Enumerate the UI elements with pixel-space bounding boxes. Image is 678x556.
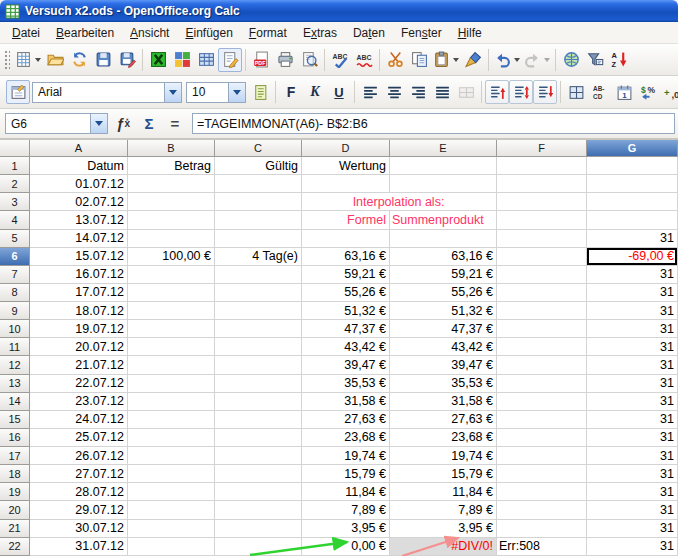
styles-panel-button[interactable] xyxy=(6,80,30,104)
cell-B21[interactable] xyxy=(128,520,215,538)
menu-einfgen[interactable]: Einfügen xyxy=(177,23,240,43)
row-header-16[interactable]: 16 xyxy=(0,429,30,447)
cell-B19[interactable] xyxy=(128,483,215,501)
row-header-11[interactable]: 11 xyxy=(0,338,30,356)
row-header-21[interactable]: 21 xyxy=(0,520,30,538)
cell-D13[interactable]: 35,53 € xyxy=(302,375,390,393)
row-header-20[interactable]: 20 xyxy=(0,501,30,519)
cell-F22[interactable]: Err:508 xyxy=(497,538,587,556)
copy-button[interactable] xyxy=(407,48,431,72)
cell-B4[interactable] xyxy=(128,211,215,229)
cell-G20[interactable]: 31 xyxy=(587,501,678,519)
cell-A4[interactable]: 13.07.12 xyxy=(30,211,128,229)
cell-F12[interactable] xyxy=(497,356,587,374)
cell-C13[interactable] xyxy=(215,375,302,393)
cell-C15[interactable] xyxy=(215,411,302,429)
cell-C10[interactable] xyxy=(215,320,302,338)
menu-extras[interactable]: Extras xyxy=(295,23,345,43)
row-header-6[interactable]: 6 xyxy=(0,248,30,266)
cell-E14[interactable]: 31,58 € xyxy=(390,393,497,411)
column-header-D[interactable]: D xyxy=(302,140,390,157)
cell-C19[interactable] xyxy=(215,483,302,501)
cell-A7[interactable]: 16.07.12 xyxy=(30,266,128,284)
cell-C4[interactable] xyxy=(215,211,302,229)
column-header-G[interactable]: G xyxy=(587,140,678,157)
column-header-E[interactable]: E xyxy=(390,140,497,157)
cell-B1[interactable]: Betrag xyxy=(128,157,215,175)
row-header-19[interactable]: 19 xyxy=(0,483,30,501)
cell-F18[interactable] xyxy=(497,465,587,483)
font-name-combo[interactable] xyxy=(32,82,182,103)
cell-G2[interactable] xyxy=(587,175,678,193)
cell-A10[interactable]: 19.07.12 xyxy=(30,320,128,338)
format-paintbrush-button[interactable] xyxy=(461,48,485,72)
column-header-A[interactable]: A xyxy=(30,140,128,157)
cell-D17[interactable]: 19,74 € xyxy=(302,447,390,465)
format-currency-button[interactable]: $% xyxy=(636,80,660,104)
wrap-text-button[interactable]: AB-CD xyxy=(588,80,612,104)
cell-A11[interactable]: 20.07.12 xyxy=(30,338,128,356)
dropdown-caret-icon[interactable] xyxy=(453,58,459,62)
cell-C17[interactable] xyxy=(215,447,302,465)
font-name-dropdown-icon[interactable] xyxy=(164,83,181,102)
cell-A21[interactable]: 30.07.12 xyxy=(30,520,128,538)
cell-B22[interactable] xyxy=(128,538,215,556)
cell-C1[interactable]: Gültig xyxy=(215,157,302,175)
cell-A19[interactable]: 28.07.12 xyxy=(30,483,128,501)
cell-A6[interactable]: 15.07.12 xyxy=(30,248,128,266)
cell-G13[interactable]: 31 xyxy=(587,375,678,393)
cell-F4[interactable] xyxy=(497,211,587,229)
cell-F14[interactable] xyxy=(497,393,587,411)
menu-hilfe[interactable]: Hilfe xyxy=(450,23,490,43)
row-header-10[interactable]: 10 xyxy=(0,320,30,338)
cell-G6[interactable]: -69,00 € xyxy=(587,248,678,266)
edit-file-button[interactable] xyxy=(218,48,242,72)
row-header-2[interactable]: 2 xyxy=(0,175,30,193)
cell-G21[interactable]: 31 xyxy=(587,520,678,538)
cell-B15[interactable] xyxy=(128,411,215,429)
cell-E9[interactable]: 51,32 € xyxy=(390,302,497,320)
cell-D18[interactable]: 15,79 € xyxy=(302,465,390,483)
align-bottom-button[interactable] xyxy=(533,80,557,104)
cell-D1[interactable]: Wertung xyxy=(302,157,390,175)
cell-G5[interactable]: 31 xyxy=(587,230,678,248)
cell-F11[interactable] xyxy=(497,338,587,356)
menu-daten[interactable]: Daten xyxy=(345,23,393,43)
cell-A15[interactable]: 24.07.12 xyxy=(30,411,128,429)
cell-F1[interactable] xyxy=(497,157,587,175)
cell-E19[interactable]: 11,84 € xyxy=(390,483,497,501)
cell-B16[interactable] xyxy=(128,429,215,447)
row-header-14[interactable]: 14 xyxy=(0,393,30,411)
cell-C3[interactable] xyxy=(215,193,302,211)
cell-G3[interactable] xyxy=(587,193,678,211)
page-preview-button[interactable] xyxy=(297,48,321,72)
color-palette-button[interactable] xyxy=(170,48,194,72)
cell-F7[interactable] xyxy=(497,266,587,284)
excel-format-button[interactable] xyxy=(146,48,170,72)
row-header-1[interactable]: 1 xyxy=(0,157,30,175)
open-folder-button[interactable] xyxy=(43,48,67,72)
cell-B8[interactable] xyxy=(128,284,215,302)
equals-icon[interactable]: = xyxy=(162,112,188,136)
sum-icon[interactable]: Σ xyxy=(136,112,162,136)
cell-B10[interactable] xyxy=(128,320,215,338)
cell-E16[interactable]: 23,68 € xyxy=(390,429,497,447)
cell-C11[interactable] xyxy=(215,338,302,356)
cell-B17[interactable] xyxy=(128,447,215,465)
menu-bearbeiten[interactable]: Bearbeiten xyxy=(48,23,122,43)
hyperlink-button[interactable] xyxy=(559,48,583,72)
row-header-15[interactable]: 15 xyxy=(0,411,30,429)
row-header-9[interactable]: 9 xyxy=(0,302,30,320)
cell-C8[interactable] xyxy=(215,284,302,302)
cell-E20[interactable]: 7,89 € xyxy=(390,501,497,519)
cell-D11[interactable]: 43,42 € xyxy=(302,338,390,356)
cell-F10[interactable] xyxy=(497,320,587,338)
cell-D2[interactable] xyxy=(302,175,390,193)
row-header-18[interactable]: 18 xyxy=(0,465,30,483)
cell-G4[interactable] xyxy=(587,211,678,229)
cell-E15[interactable]: 27,63 € xyxy=(390,411,497,429)
cell-G7[interactable]: 31 xyxy=(587,266,678,284)
cell-G18[interactable]: 31 xyxy=(587,465,678,483)
cell-A18[interactable]: 27.07.12 xyxy=(30,465,128,483)
cell-F3[interactable] xyxy=(497,193,587,211)
